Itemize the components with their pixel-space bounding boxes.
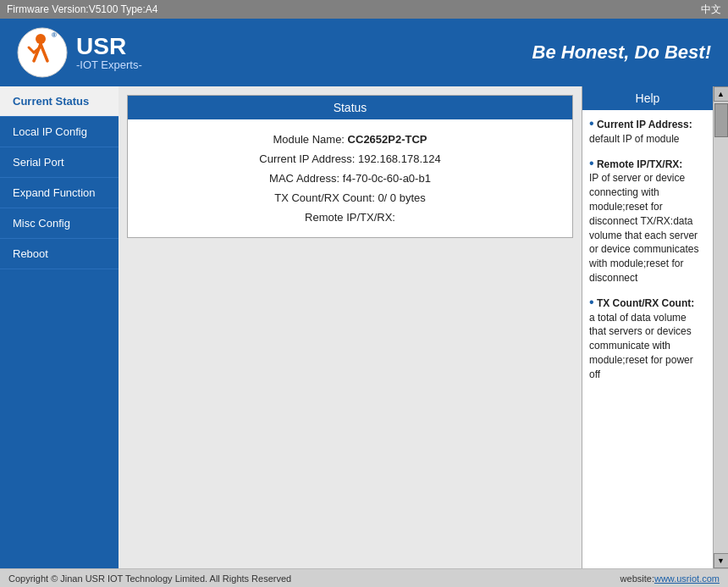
help-item-1: • Current IP Address: default IP of modu…	[589, 117, 706, 147]
status-box: Status Module Name: CC2652P2-TCP Current…	[127, 95, 573, 238]
footer-website-link[interactable]: www.usriot.com	[654, 573, 720, 584]
brand-subtitle: -IOT Experts-	[76, 58, 142, 71]
status-header: Status	[128, 96, 572, 119]
sidebar-item-current-status[interactable]: Current Status	[0, 86, 119, 117]
sidebar-item-local-ip-config[interactable]: Local IP Config	[0, 117, 119, 147]
help-desc-1: default IP of module	[589, 133, 680, 145]
module-name-value: CC2652P2-TCP	[348, 133, 427, 146]
module-name-row: Module Name: CC2652P2-TCP	[145, 130, 555, 149]
sidebar-item-expand-function[interactable]: Expand Function	[0, 178, 119, 208]
brand-text: USR -IOT Experts-	[76, 35, 142, 71]
sidebar-item-reboot[interactable]: Reboot	[0, 239, 119, 269]
sidebar-item-serial-port[interactable]: Serial Port	[0, 147, 119, 178]
txrx-row: TX Count/RX Count: 0/ 0 bytes	[145, 188, 555, 208]
footer-website-label: website:	[620, 573, 654, 584]
help-term-3: TX Count/RX Count:	[597, 297, 694, 309]
scroll-thumb[interactable]	[714, 103, 728, 137]
help-panel: Help • Current IP Address: default IP of…	[582, 86, 713, 568]
footer: Copyright © Jinan USR IOT Technology Lim…	[0, 568, 728, 587]
sidebar: Current Status Local IP Config Serial Po…	[0, 86, 119, 568]
help-desc-2: IP of server or device connecting with m…	[589, 172, 698, 284]
language-switch[interactable]: 中文	[701, 3, 721, 17]
module-name-label: Module Name:	[273, 133, 345, 146]
help-item-2: • Remote IP/TX/RX: IP of server or devic…	[589, 157, 706, 285]
txrx-value: 0/ 0 bytes	[378, 191, 425, 204]
top-bar: Firmware Version:V5100 Type:A4 中文	[0, 0, 728, 19]
footer-copyright: Copyright © Jinan USR IOT Technology Lim…	[8, 573, 291, 584]
sidebar-item-misc-config[interactable]: Misc Config	[0, 208, 119, 239]
remote-row: Remote IP/TX/RX:	[145, 208, 555, 227]
current-ip-value: 192.168.178.124	[358, 152, 441, 165]
svg-point-1	[36, 34, 46, 44]
help-title: Help	[582, 86, 713, 110]
svg-text:®: ®	[52, 31, 57, 39]
txrx-label: TX Count/RX Count:	[274, 191, 375, 204]
header: ® USR -IOT Experts- Be Honest, Do Best!	[0, 19, 728, 86]
logo-icon: ®	[17, 27, 68, 78]
logo-area: ® USR -IOT Experts-	[17, 27, 142, 78]
content-area: Status Module Name: CC2652P2-TCP Current…	[119, 86, 582, 568]
status-body: Module Name: CC2652P2-TCP Current IP Add…	[128, 119, 572, 237]
main-layout: Current Status Local IP Config Serial Po…	[0, 86, 728, 568]
brand-name: USR	[76, 35, 142, 58]
mac-value: f4-70-0c-60-a0-b1	[343, 172, 431, 185]
mac-row: MAC Address: f4-70-0c-60-a0-b1	[145, 169, 555, 188]
scroll-down-button[interactable]: ▼	[714, 553, 729, 568]
remote-label: Remote IP/TX/RX:	[305, 211, 395, 224]
current-ip-row: Current IP Address: 192.168.178.124	[145, 149, 555, 169]
firmware-version: Firmware Version:V5100 Type:A4	[7, 3, 158, 15]
footer-website: website:www.usriot.com	[620, 573, 720, 584]
help-term-2: Remote IP/TX/RX:	[597, 158, 682, 170]
help-term-1: Current IP Address:	[597, 119, 692, 130]
help-item-3: • TX Count/RX Count: a total of data vol…	[589, 296, 706, 382]
slogan: Be Honest, Do Best!	[532, 42, 711, 64]
scrollbar[interactable]: ▲ ▼	[713, 86, 728, 568]
right-panel: Help • Current IP Address: default IP of…	[582, 86, 728, 568]
help-desc-3: a total of data volume that servers or d…	[589, 312, 693, 380]
scroll-up-button[interactable]: ▲	[714, 86, 729, 102]
mac-label: MAC Address:	[269, 172, 339, 185]
current-ip-label: Current IP Address:	[259, 152, 355, 165]
